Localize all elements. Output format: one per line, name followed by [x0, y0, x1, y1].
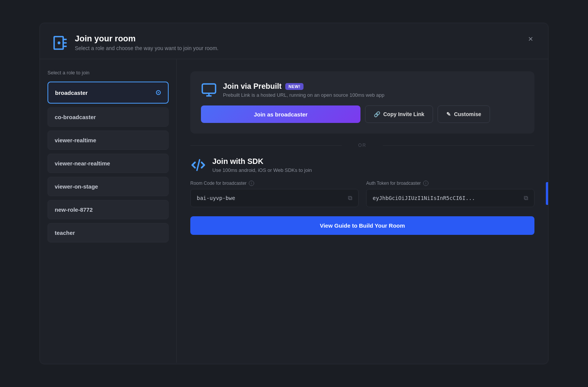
role-label-viewer-on-stage: viewer-on-stage	[55, 183, 98, 190]
check-icon-broadcaster: ⊙	[155, 88, 161, 97]
room-code-input: bai-uyvp-bwe ⧉	[190, 189, 359, 207]
role-item-viewer-near-realtime[interactable]: viewer-near-realtime	[47, 154, 169, 173]
modal-header: Join your room Select a role and choose …	[40, 23, 548, 59]
copy-auth-token-icon[interactable]: ⧉	[524, 195, 528, 201]
auth-token-label: Auth Token for broadcaster i	[366, 181, 534, 186]
join-room-modal: Join your room Select a role and choose …	[40, 23, 548, 364]
sdk-header: Join with SDK Use 100ms android, iOS or …	[190, 157, 534, 173]
room-code-value: bai-uyvp-bwe	[197, 195, 235, 201]
role-label-teacher: teacher	[55, 230, 75, 236]
prebuilt-section: Join via Prebuilt NEW! Prebuilt Link is …	[190, 71, 534, 134]
role-label-broadcaster: broadcaster	[55, 90, 88, 96]
link-icon: 🔗	[374, 111, 380, 117]
edit-icon: ✎	[446, 111, 451, 117]
svg-rect-5	[202, 84, 216, 93]
room-code-info-icon[interactable]: i	[249, 181, 254, 186]
modal-body: Select a role to join broadcaster ⊙ co-b…	[40, 59, 548, 363]
new-badge: NEW!	[285, 83, 303, 90]
auth-token-value: eyJhbGciOiJIUzI1NiIsInR5cCI6I...	[373, 195, 475, 201]
main-content: Join via Prebuilt NEW! Prebuilt Link is …	[177, 59, 548, 363]
modal-subtitle: Select a role and choose the way you wan…	[75, 45, 536, 51]
svg-point-4	[58, 42, 60, 44]
sdk-section: Join with SDK Use 100ms android, iOS or …	[190, 157, 534, 235]
customise-button[interactable]: ✎ Customise	[438, 105, 490, 123]
modal-title: Join your room	[75, 34, 536, 44]
copy-room-code-icon[interactable]: ⧉	[348, 195, 352, 201]
prebuilt-title: Join via Prebuilt NEW!	[223, 82, 524, 91]
view-guide-button[interactable]: View Guide to Build Your Room	[190, 216, 534, 235]
edge-indicator	[546, 182, 548, 205]
room-code-label: Room Code for broadcaster i	[190, 181, 359, 186]
role-item-teacher[interactable]: teacher	[47, 223, 169, 242]
auth-token-field: Auth Token for broadcaster i eyJhbGciOiJ…	[366, 181, 534, 207]
code-icon	[190, 157, 206, 173]
role-label-viewer-near-realtime: viewer-near-realtime	[55, 160, 110, 167]
header-text: Join your room Select a role and choose …	[75, 34, 536, 51]
auth-token-info-icon[interactable]: i	[423, 181, 428, 186]
role-label-new-role-8772: new-role-8772	[55, 206, 93, 213]
sdk-title: Join with SDK	[212, 157, 312, 166]
token-grid: Room Code for broadcaster i bai-uyvp-bwe…	[190, 181, 534, 207]
auth-token-input: eyJhbGciOiJIUzI1NiIsInR5cCI6I... ⧉	[366, 189, 534, 207]
room-code-field: Room Code for broadcaster i bai-uyvp-bwe…	[190, 181, 359, 207]
close-button[interactable]: ×	[524, 32, 537, 46]
role-item-viewer-realtime[interactable]: viewer-realtime	[47, 131, 169, 150]
door-icon	[52, 35, 69, 51]
prebuilt-title-group: Join via Prebuilt NEW! Prebuilt Link is …	[223, 82, 524, 98]
join-as-broadcaster-button[interactable]: Join as broadcaster	[201, 105, 360, 123]
prebuilt-desc: Prebuilt Link is a hosted URL, running o…	[223, 92, 524, 98]
or-divider: OR	[190, 143, 534, 148]
role-label-co-broadcaster: co-broadcaster	[55, 114, 96, 120]
svg-line-8	[197, 160, 200, 170]
sdk-desc: Use 100ms android, iOS or Web SDKs to jo…	[212, 167, 312, 173]
role-item-co-broadcaster[interactable]: co-broadcaster	[47, 107, 169, 127]
role-item-viewer-on-stage[interactable]: viewer-on-stage	[47, 177, 169, 196]
role-label-viewer-realtime: viewer-realtime	[55, 137, 96, 143]
role-sidebar: Select a role to join broadcaster ⊙ co-b…	[40, 59, 177, 363]
monitor-icon	[201, 82, 217, 98]
role-item-new-role-8772[interactable]: new-role-8772	[47, 200, 169, 219]
sidebar-label: Select a role to join	[47, 70, 169, 76]
sdk-title-group: Join with SDK Use 100ms android, iOS or …	[212, 157, 312, 173]
role-item-broadcaster[interactable]: broadcaster ⊙	[47, 82, 169, 104]
prebuilt-header: Join via Prebuilt NEW! Prebuilt Link is …	[201, 82, 524, 98]
prebuilt-actions: Join as broadcaster 🔗 Copy Invite Link ✎…	[201, 105, 524, 123]
copy-invite-link-button[interactable]: 🔗 Copy Invite Link	[365, 105, 433, 123]
